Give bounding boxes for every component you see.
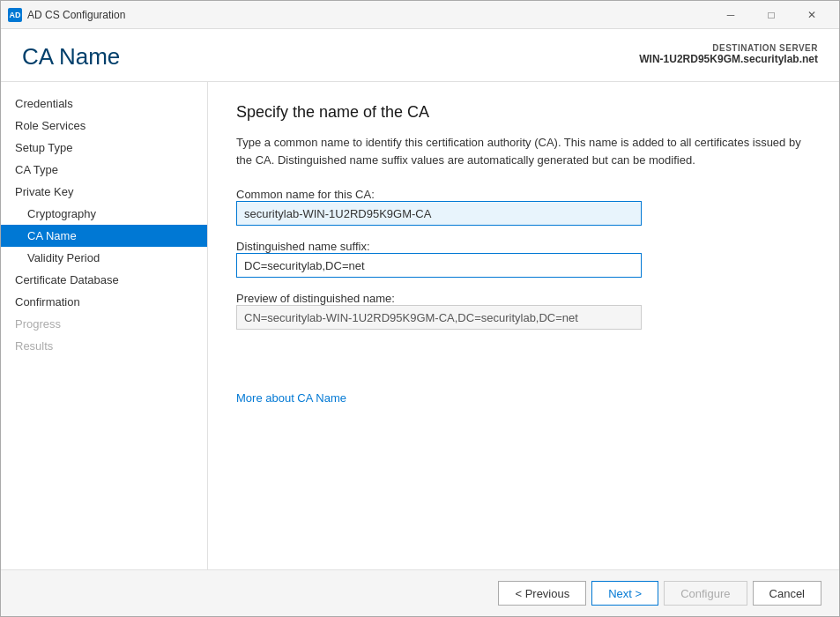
configure-button[interactable]: Configure <box>664 581 747 606</box>
sidebar-item-validity-period[interactable]: Validity Period <box>1 247 207 269</box>
distinguished-suffix-input[interactable] <box>236 253 642 278</box>
window: AD AD CS Configuration ─ □ ✕ CA Name DES… <box>0 0 840 617</box>
main-content: CredentialsRole ServicesSetup TypeCA Typ… <box>1 82 839 569</box>
app-icon: AD <box>8 8 22 22</box>
page-title: CA Name <box>22 43 120 71</box>
window-title: AD CS Configuration <box>27 9 710 21</box>
preview-input <box>236 305 642 330</box>
window-controls: ─ □ ✕ <box>710 1 832 29</box>
common-name-input[interactable] <box>236 201 642 226</box>
previous-button[interactable]: < Previous <box>498 581 586 606</box>
sidebar: CredentialsRole ServicesSetup TypeCA Typ… <box>1 82 208 569</box>
distinguished-suffix-label: Distinguished name suffix: <box>236 240 370 253</box>
sidebar-item-progress: Progress <box>1 313 207 335</box>
restore-button[interactable]: □ <box>751 1 792 29</box>
sidebar-item-certificate-database[interactable]: Certificate Database <box>1 269 207 291</box>
sidebar-item-confirmation[interactable]: Confirmation <box>1 291 207 313</box>
close-button[interactable]: ✕ <box>792 1 832 29</box>
sidebar-item-ca-name[interactable]: CA Name <box>1 225 207 247</box>
destination-server-name: WIN-1U2RD95K9GM.securitylab.net <box>639 53 818 65</box>
sidebar-item-ca-type[interactable]: CA Type <box>1 159 207 181</box>
common-name-label: Common name for this CA: <box>236 188 375 201</box>
preview-label: Preview of distinguished name: <box>236 292 395 305</box>
sidebar-item-credentials[interactable]: Credentials <box>1 93 207 115</box>
content-title: Specify the name of the CA <box>236 103 811 122</box>
titlebar: AD AD CS Configuration ─ □ ✕ <box>1 1 839 29</box>
header: CA Name DESTINATION SERVER WIN-1U2RD95K9… <box>1 29 839 82</box>
next-button[interactable]: Next > <box>591 581 658 606</box>
destination-server-label: DESTINATION SERVER <box>639 43 818 53</box>
cancel-button[interactable]: Cancel <box>753 581 821 606</box>
more-about-ca-link[interactable]: More about CA Name <box>236 391 346 405</box>
footer: < Previous Next > Configure Cancel <box>1 569 839 616</box>
content-description: Type a common name to identify this cert… <box>236 134 811 168</box>
content-area: Specify the name of the CA Type a common… <box>208 82 839 569</box>
sidebar-item-private-key[interactable]: Private Key <box>1 181 207 203</box>
minimize-button[interactable]: ─ <box>710 1 751 29</box>
sidebar-item-setup-type[interactable]: Setup Type <box>1 137 207 159</box>
sidebar-item-results: Results <box>1 335 207 357</box>
sidebar-item-cryptography[interactable]: Cryptography <box>1 203 207 225</box>
destination-server-info: DESTINATION SERVER WIN-1U2RD95K9GM.secur… <box>639 43 818 65</box>
sidebar-item-role-services[interactable]: Role Services <box>1 115 207 137</box>
